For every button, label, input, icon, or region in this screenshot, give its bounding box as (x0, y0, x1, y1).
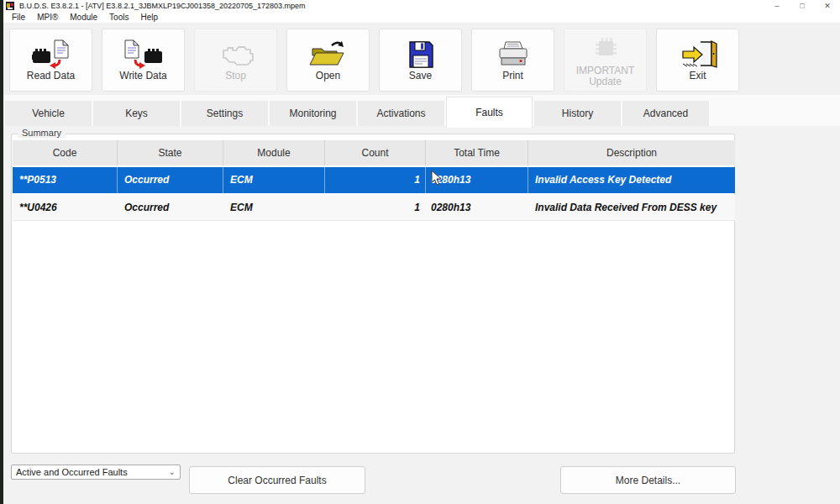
menu-file[interactable]: File (6, 13, 31, 22)
toolbar-button-label: Print (478, 71, 549, 81)
exit-button[interactable]: Exit (656, 29, 739, 92)
fault-row-p0513[interactable]: **P0513 Occurred ECM 1 0280h13 Invalid A… (13, 167, 735, 193)
fault-state: Occurred (118, 167, 223, 193)
fault-count: 1 (325, 195, 426, 220)
open-folder-icon (309, 39, 348, 71)
write-data-button[interactable]: Write Data (102, 29, 185, 92)
column-header-module[interactable]: Module (223, 140, 325, 165)
tab-history[interactable]: History (534, 101, 621, 126)
toolbar-button-label: Write Data (108, 71, 179, 81)
menu-mpi[interactable]: MPI® (31, 13, 64, 22)
fault-row-u0426[interactable]: **U0426 Occurred ECM 1 0280h13 Invalid D… (13, 195, 735, 221)
column-header-code[interactable]: Code (13, 140, 118, 165)
tab-vehicle[interactable]: Vehicle (5, 101, 92, 126)
fault-state: Occurred (118, 195, 223, 220)
column-header-count[interactable]: Count (325, 140, 426, 165)
title-bar: B.U.D.S. E3.8.2.1 - [ATV] E3.8.2.1_3JBMX… (3, 0, 840, 12)
stop-button: Stop (194, 29, 277, 92)
tab-monitoring[interactable]: Monitoring (270, 101, 356, 126)
mouse-cursor (431, 170, 442, 186)
read-data-button[interactable]: Read Data (9, 29, 92, 92)
column-header-state[interactable]: State (118, 140, 223, 165)
fault-filter-dropdown[interactable]: Active and Occurred Faults ⌄ (11, 465, 181, 480)
tab-settings[interactable]: Settings (181, 101, 268, 126)
fault-code: **P0513 (13, 167, 118, 193)
chevron-down-icon: ⌄ (169, 467, 176, 476)
exit-door-icon (679, 39, 717, 71)
write-data-icon (124, 39, 163, 71)
open-button[interactable]: Open (286, 29, 370, 92)
menu-bar: File MPI® Module Tools Help (3, 12, 840, 23)
fault-module: ECM (223, 167, 325, 193)
toolbar: Read Data Write Data Stop (3, 23, 840, 95)
toolbar-button-label: Exit (663, 71, 733, 81)
engine-icon (217, 39, 255, 71)
tab-bar: Vehicle Keys Settings Monitoring Activat… (3, 95, 840, 126)
tab-advanced[interactable]: Advanced (622, 101, 709, 126)
fault-description: Invalid Data Received From DESS key (528, 195, 735, 220)
toolbar-button-label: Save (386, 71, 456, 81)
tab-activations[interactable]: Activations (358, 101, 444, 126)
fault-code: **U0426 (13, 195, 118, 220)
print-button[interactable]: Print (471, 29, 554, 92)
faults-table: Code State Module Count Total Time Descr… (13, 140, 735, 221)
window-title: B.U.D.S. E3.8.2.1 - [ATV] E3.8.2.1_3JBMX… (19, 2, 306, 10)
fault-description: Invalid Access Key Detected (528, 167, 735, 193)
clear-occurred-faults-button[interactable]: Clear Occurred Faults (189, 466, 365, 494)
summary-group-label: Summary (18, 128, 66, 138)
toolbar-button-label: Open (293, 71, 364, 81)
printer-icon (494, 39, 533, 71)
save-button[interactable]: Save (379, 29, 462, 92)
column-header-description[interactable]: Description (528, 140, 735, 165)
menu-help[interactable]: Help (134, 13, 164, 22)
toolbar-button-label: IMPORTANT Update (570, 66, 641, 87)
faults-panel: Summary Code State Module Count Total Ti… (3, 126, 840, 504)
chip-icon (586, 34, 625, 66)
read-data-icon (32, 39, 71, 71)
fault-filter-value: Active and Occurred Faults (16, 467, 128, 477)
summary-groupbox: Code State Module Count Total Time Descr… (11, 134, 735, 454)
menu-tools[interactable]: Tools (103, 13, 134, 22)
toolbar-button-label: Stop (201, 71, 271, 81)
fault-module: ECM (223, 195, 325, 220)
menu-module[interactable]: Module (64, 13, 103, 22)
table-header-row: Code State Module Count Total Time Descr… (13, 140, 735, 165)
minimize-button[interactable]: – (764, 0, 790, 12)
restore-button[interactable]: □ (790, 0, 815, 12)
fault-count: 1 (325, 167, 426, 193)
buds-app-icon (6, 2, 14, 10)
tab-keys[interactable]: Keys (93, 101, 180, 126)
more-details-button[interactable]: More Details... (560, 466, 736, 494)
fault-total-time: 0280h13 (426, 195, 528, 220)
tab-faults[interactable]: Faults (446, 97, 533, 128)
toolbar-button-label: Read Data (16, 71, 87, 81)
important-update-button: IMPORTANT Update (564, 29, 647, 92)
floppy-disk-icon (402, 39, 440, 71)
close-button[interactable]: ✕ (815, 0, 840, 12)
column-header-total-time[interactable]: Total Time (426, 140, 528, 165)
